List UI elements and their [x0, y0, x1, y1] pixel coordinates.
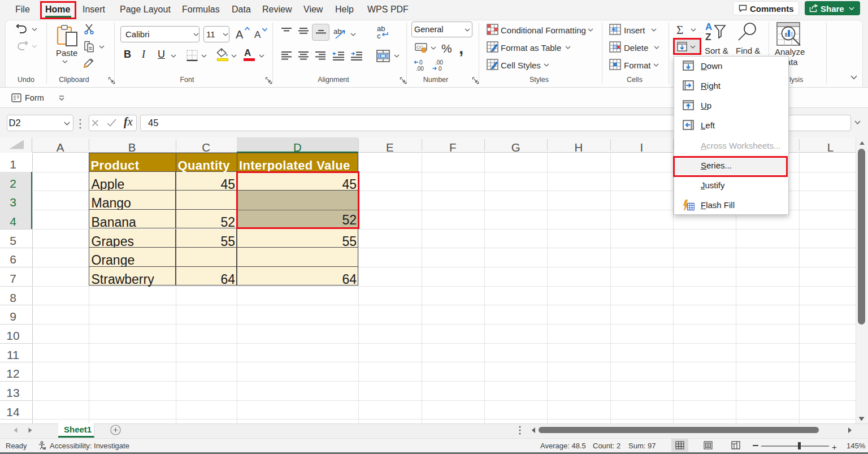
svg-text:c: c [377, 32, 381, 40]
svg-text:0: 0 [419, 59, 423, 66]
svg-text:.00: .00 [416, 66, 424, 72]
svg-text:Z: Z [705, 32, 711, 42]
svg-text:0: 0 [439, 66, 442, 72]
svg-text:A: A [705, 21, 712, 32]
svg-text:.00: .00 [435, 59, 443, 66]
